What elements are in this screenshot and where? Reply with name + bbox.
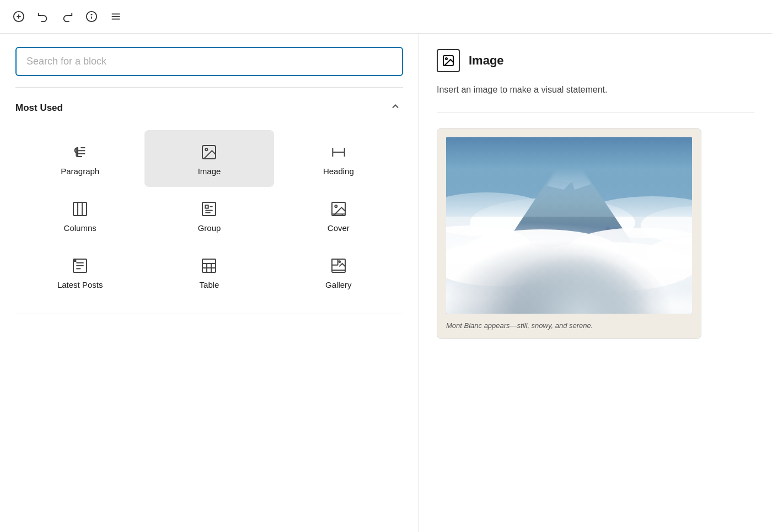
svg-point-47: [641, 206, 692, 245]
preview-card-inner: [437, 128, 701, 314]
table-icon: [200, 257, 218, 275]
block-info-header: Image: [437, 49, 754, 72]
svg-marker-50: [553, 148, 586, 182]
info-button[interactable]: [82, 7, 101, 26]
heading-label: Heading: [323, 166, 354, 176]
divider-bottom: [15, 314, 403, 314]
cover-icon: [330, 200, 347, 218]
columns-label: Columns: [64, 223, 96, 233]
block-item-image[interactable]: Image: [144, 130, 274, 187]
block-item-gallery[interactable]: Gallery: [274, 244, 403, 300]
gallery-icon: [330, 257, 347, 275]
latest-posts-icon: [71, 257, 89, 275]
svg-rect-18: [206, 205, 208, 208]
svg-point-46: [580, 196, 692, 238]
mountain-svg: [446, 137, 692, 314]
search-input[interactable]: [15, 47, 403, 76]
svg-point-10: [206, 148, 208, 151]
most-used-title: Most Used: [15, 103, 63, 114]
block-item-paragraph[interactable]: Paragraph: [15, 130, 144, 187]
svg-point-58: [446, 242, 564, 286]
svg-marker-48: [503, 148, 635, 248]
cover-label: Cover: [328, 223, 350, 233]
group-icon: [200, 200, 218, 218]
mountain-image: [446, 137, 692, 314]
block-grid: Paragraph Image Heading: [15, 130, 403, 300]
svg-point-59: [519, 242, 692, 292]
svg-rect-32: [202, 259, 216, 272]
preview-caption: Mont Blanc appears—still, snowy, and ser…: [437, 314, 701, 338]
svg-point-54: [464, 229, 619, 271]
svg-point-42: [446, 58, 447, 60]
svg-rect-14: [73, 202, 87, 216]
svg-rect-17: [202, 202, 216, 216]
block-item-heading[interactable]: Heading: [274, 130, 403, 187]
menu-button[interactable]: [106, 7, 126, 26]
svg-rect-38: [332, 259, 338, 265]
block-item-columns[interactable]: Columns: [15, 187, 144, 244]
svg-point-23: [335, 205, 337, 207]
svg-point-55: [569, 228, 692, 267]
columns-icon: [71, 200, 89, 218]
block-info-title: Image: [469, 53, 504, 68]
svg-rect-57: [446, 259, 692, 314]
svg-rect-43: [446, 137, 692, 314]
svg-point-39: [339, 261, 340, 262]
right-divider: [437, 112, 754, 112]
svg-marker-52: [514, 237, 553, 248]
divider-top: [15, 87, 403, 88]
svg-marker-51: [591, 225, 630, 248]
paragraph-icon: [71, 143, 89, 161]
image-label: Image: [198, 166, 221, 176]
undo-button[interactable]: [33, 7, 53, 26]
block-item-latest-posts[interactable]: Latest Posts: [15, 244, 144, 300]
gallery-label: Gallery: [325, 280, 352, 289]
preview-card: Mont Blanc appears—still, snowy, and ser…: [437, 128, 701, 339]
image-icon: [200, 143, 218, 161]
svg-point-53: [446, 225, 530, 264]
heading-icon: [330, 143, 347, 161]
block-info-description: Insert an image to make a visual stateme…: [437, 83, 754, 96]
add-block-button[interactable]: [9, 7, 29, 26]
latest-posts-label: Latest Posts: [57, 280, 103, 289]
svg-point-44: [446, 192, 553, 237]
svg-point-45: [470, 198, 635, 248]
group-label: Group: [198, 223, 221, 233]
block-item-cover[interactable]: Cover: [274, 187, 403, 244]
block-info-icon-container: [437, 49, 460, 72]
right-panel: Image Insert an image to make a visual s…: [419, 34, 772, 532]
redo-button[interactable]: [57, 7, 77, 26]
main-layout: Most Used Paragraph: [0, 34, 772, 532]
collapse-button[interactable]: [388, 99, 403, 117]
block-preview-image-icon: [442, 54, 455, 67]
svg-point-56: [646, 237, 692, 270]
section-header: Most Used: [15, 99, 403, 117]
block-item-group[interactable]: Group: [144, 187, 274, 244]
toolbar: [0, 0, 772, 34]
table-label: Table: [200, 280, 219, 289]
left-panel: Most Used Paragraph: [0, 34, 419, 532]
search-container: [15, 47, 403, 76]
svg-marker-49: [547, 148, 591, 190]
svg-rect-31: [73, 259, 76, 262]
paragraph-label: Paragraph: [61, 166, 99, 176]
block-item-table[interactable]: Table: [144, 244, 274, 300]
